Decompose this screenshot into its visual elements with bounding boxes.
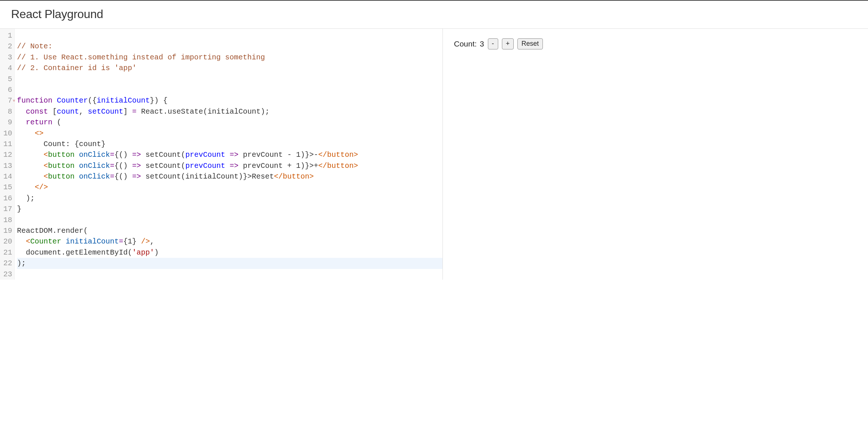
code-line: Count: {count} xyxy=(17,139,442,149)
line-number: 5 xyxy=(0,74,14,84)
line-number: 10 xyxy=(0,128,14,139)
code-line: ); xyxy=(17,193,442,204)
code-line: <Counter initialCount={1} />, xyxy=(17,236,442,247)
code-line: <> xyxy=(17,128,442,139)
increment-button[interactable]: + xyxy=(502,38,514,49)
preview-pane: Count: 3 - + Reset xyxy=(443,29,868,280)
count-value: 3 xyxy=(480,39,484,48)
decrement-button[interactable]: - xyxy=(488,38,498,49)
code-line: return ( xyxy=(17,117,442,128)
code-line: <button onClick={() => setCount(initialC… xyxy=(17,171,442,182)
page-title: React Playground xyxy=(11,7,857,21)
code-line-active: ); xyxy=(17,258,442,269)
code-line: // 2. Container id is 'app' xyxy=(17,63,442,73)
line-number: 13 xyxy=(0,160,14,171)
code-editor[interactable]: 1 2 3 4 5 6 7ⅴ 8 9 10 11 12 13 14 15 16 … xyxy=(0,29,443,280)
line-number: 4 xyxy=(0,63,14,73)
line-number: 19 xyxy=(0,225,14,236)
workspace: 1 2 3 4 5 6 7ⅴ 8 9 10 11 12 13 14 15 16 … xyxy=(0,29,868,280)
line-number: 14 xyxy=(0,171,14,182)
line-number: 3 xyxy=(0,52,14,63)
code-line: <button onClick={() => setCount(prevCoun… xyxy=(17,160,442,171)
line-number: 20 xyxy=(0,236,14,247)
code-line: <button onClick={() => setCount(prevCoun… xyxy=(17,149,442,160)
line-number: 7ⅴ xyxy=(0,95,14,106)
line-number: 21 xyxy=(0,247,14,258)
reset-button[interactable]: Reset xyxy=(517,38,543,49)
line-number: 15 xyxy=(0,182,14,193)
counter-widget: Count: 3 - + Reset xyxy=(454,38,857,49)
line-number: 11 xyxy=(0,139,14,149)
code-line xyxy=(17,84,442,95)
line-number: 16 xyxy=(0,193,14,204)
code-line: } xyxy=(17,204,442,214)
code-line xyxy=(17,74,442,84)
code-line: </> xyxy=(17,182,442,193)
code-line: // Note: xyxy=(17,41,442,52)
line-number: 1 xyxy=(0,30,14,41)
fold-marker-icon[interactable]: ⅴ xyxy=(13,95,15,106)
code-line: const [count, setCount] = React.useState… xyxy=(17,106,442,117)
line-number: 22 xyxy=(0,258,14,269)
line-number: 23 xyxy=(0,269,14,280)
code-line xyxy=(17,30,442,41)
code-line: ReactDOM.render( xyxy=(17,225,442,236)
line-number: 18 xyxy=(0,215,14,225)
line-number: 17 xyxy=(0,204,14,214)
code-line: document.getElementById('app') xyxy=(17,247,442,258)
line-number-gutter: 1 2 3 4 5 6 7ⅴ 8 9 10 11 12 13 14 15 16 … xyxy=(0,29,15,280)
code-line: // 1. Use React.something instead of imp… xyxy=(17,52,442,63)
line-number: 8 xyxy=(0,106,14,117)
code-text[interactable]: // Note: // 1. Use React.something inste… xyxy=(15,29,442,280)
app-header: React Playground xyxy=(0,0,868,29)
line-number: 2 xyxy=(0,41,14,52)
line-number: 9 xyxy=(0,117,14,128)
code-line: function Counter({initialCount}) { xyxy=(17,95,442,106)
code-line xyxy=(17,215,442,225)
line-number: 12 xyxy=(0,149,14,160)
code-line xyxy=(17,269,442,280)
count-label: Count: xyxy=(454,39,477,48)
line-number: 6 xyxy=(0,84,14,95)
